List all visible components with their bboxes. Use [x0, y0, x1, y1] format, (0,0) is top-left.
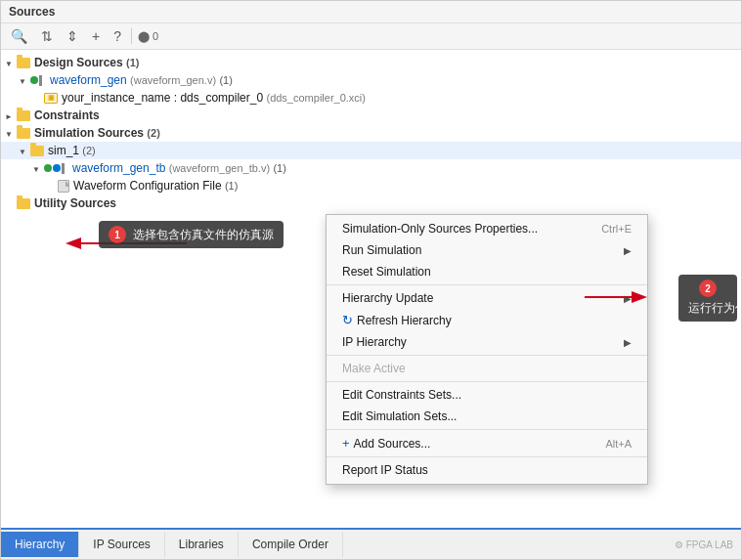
callout-2-text: 运行行为仿真 — [688, 301, 741, 315]
instance-label: your_instance_name : dds_compiler_0 (dds… — [62, 91, 366, 105]
tree-item-design-sources[interactable]: Design Sources (1) — [1, 54, 741, 71]
bottom-tabs: Hierarchy IP Sources Libraries Compile O… — [1, 528, 741, 559]
ctx-run-simulation-label: Run Simulation — [342, 243, 421, 257]
expand-sim1 — [19, 146, 30, 156]
tree-item-utility[interactable]: Utility Sources — [1, 194, 741, 212]
simulation-sources-label: Simulation Sources (2) — [34, 126, 160, 140]
toolbar-count: ⬤ 0 — [138, 30, 158, 43]
ctx-ip-hierarchy-label: IP Hierarchy — [342, 335, 407, 349]
tree-item-sim1[interactable]: sim_1 (2) — [1, 142, 741, 159]
design-sources-label: Design Sources (1) — [34, 56, 139, 69]
verilog-icon-tb — [44, 163, 68, 174]
toolbar-divider — [131, 28, 132, 44]
folder-icon-sim — [17, 128, 30, 139]
ctx-divider5 — [327, 456, 647, 457]
watermark: ⚙ FPGA LAB — [675, 539, 741, 550]
file-icon-config — [58, 180, 69, 193]
xci-icon: ▣ — [44, 93, 58, 104]
title-label: Sources — [9, 5, 55, 19]
ctx-make-active-label: Make Active — [342, 362, 406, 375]
expand-sim-sources — [5, 128, 17, 139]
tree-item-waveform-gen[interactable]: waveform_gen (waveform_gen.v) (1) — [1, 71, 741, 89]
ctx-divider2 — [327, 355, 647, 356]
ctx-refresh-hierarchy[interactable]: ↻ Refresh Hierarchy — [327, 309, 647, 331]
tree-item-simulation-sources[interactable]: Simulation Sources (2) — [1, 124, 741, 142]
tab-hierarchy[interactable]: Hierarchy — [1, 532, 79, 557]
badge-1: 1 — [109, 226, 126, 243]
ctx-ip-hierarchy[interactable]: IP Hierarchy ▶ — [327, 331, 647, 353]
tb-label: waveform_gen_tb (waveform_gen_tb.v) (1) — [72, 161, 286, 175]
tree-item-waveform-tb[interactable]: waveform_gen_tb (waveform_gen_tb.v) (1) — [1, 159, 741, 177]
folder-icon-utility — [17, 198, 30, 209]
ctx-hierarchy-update-arrow: ▶ — [624, 293, 632, 304]
context-menu: Simulation-Only Sources Properties... Ct… — [326, 214, 648, 485]
ctx-reset-simulation-label: Reset Simulation — [342, 265, 431, 279]
ctx-refresh-hierarchy-label: Refresh Hierarchy — [357, 314, 452, 327]
ctx-edit-constraints[interactable]: Edit Constraints Sets... — [327, 384, 647, 406]
main-panel: Sources 🔍 ⇅ ⇕ + ? ⬤ 0 Design Sources (1)… — [0, 0, 742, 560]
ctx-sim-only-props[interactable]: Simulation-Only Sources Properties... Ct… — [327, 218, 647, 239]
ctx-sim-only-props-label: Simulation-Only Sources Properties... — [342, 222, 538, 236]
plus-icon: + — [342, 436, 350, 451]
callout-2: 2 运行行为仿真 — [678, 275, 737, 322]
tree-item-waveform-config[interactable]: Waveform Configuration File (1) — [1, 177, 741, 194]
tree-item-constraints[interactable]: Constraints — [1, 107, 741, 124]
toolbar: 🔍 ⇅ ⇕ + ? ⬤ 0 — [1, 23, 741, 50]
folder-icon-design — [17, 58, 30, 68]
ctx-report-ip-label: Report IP Status — [342, 463, 428, 477]
verilog-icon-waveform-gen — [30, 75, 46, 86]
tab-ip-sources[interactable]: IP Sources — [79, 532, 164, 557]
tab-libraries[interactable]: Libraries — [165, 532, 239, 557]
constraints-label: Constraints — [34, 108, 100, 122]
ctx-hierarchy-update[interactable]: Hierarchy Update ▶ — [327, 287, 647, 309]
tab-compile-order[interactable]: Compile Order — [239, 532, 343, 557]
add-button[interactable]: + — [88, 26, 104, 46]
callout-1-text: 选择包含仿真文件的仿真源 — [133, 228, 274, 241]
title-bar: Sources — [1, 1, 741, 23]
ctx-edit-simulation[interactable]: Edit Simulation Sets... — [327, 406, 647, 427]
folder-icon-sim1 — [30, 146, 44, 156]
ctx-make-active: Make Active — [327, 358, 647, 379]
refresh-icon: ↻ — [342, 313, 353, 327]
ctx-add-sources-shortcut: Alt+A — [605, 438, 632, 450]
waveform-config-label: Waveform Configuration File (1) — [73, 179, 238, 193]
tree-item-your-instance[interactable]: ▣ your_instance_name : dds_compiler_0 (d… — [1, 89, 741, 107]
expand-waveform-gen — [19, 75, 30, 86]
sort-button[interactable]: ⇅ — [37, 26, 57, 46]
help-button[interactable]: ? — [109, 26, 125, 46]
ctx-edit-simulation-label: Edit Simulation Sets... — [342, 409, 457, 423]
expand-constraints — [5, 110, 17, 121]
search-button[interactable]: 🔍 — [7, 26, 31, 46]
tree-area: Design Sources (1) waveform_gen (wavefor… — [1, 50, 741, 528]
filter-button[interactable]: ⇕ — [63, 26, 82, 46]
waveform-gen-label: waveform_gen (waveform_gen.v) (1) — [50, 73, 233, 87]
ctx-report-ip[interactable]: Report IP Status — [327, 459, 647, 481]
ctx-divider4 — [327, 429, 647, 430]
folder-icon-constraints — [17, 110, 30, 121]
ctx-ip-hierarchy-arrow: ▶ — [624, 337, 632, 348]
arrow-1 — [60, 229, 196, 258]
expand-tb — [32, 163, 44, 174]
ctx-divider1 — [327, 284, 647, 285]
ctx-add-sources-label: Add Sources... — [354, 437, 431, 451]
expand-design-sources — [5, 58, 17, 68]
ctx-hierarchy-update-label: Hierarchy Update — [342, 291, 433, 305]
ctx-sim-only-shortcut: Ctrl+E — [601, 223, 632, 235]
ctx-run-simulation-arrow: ▶ — [624, 245, 632, 256]
ctx-divider3 — [327, 381, 647, 382]
ctx-edit-constraints-label: Edit Constraints Sets... — [342, 388, 461, 402]
ctx-add-sources[interactable]: + Add Sources... Alt+A — [327, 432, 647, 454]
callout-1: 1 选择包含仿真文件的仿真源 — [99, 221, 284, 248]
badge-2: 2 — [699, 280, 717, 297]
sim1-label: sim_1 (2) — [48, 144, 96, 157]
ctx-reset-simulation[interactable]: Reset Simulation — [327, 261, 647, 282]
utility-label: Utility Sources — [34, 196, 116, 210]
ctx-run-simulation[interactable]: Run Simulation ▶ — [327, 239, 647, 261]
